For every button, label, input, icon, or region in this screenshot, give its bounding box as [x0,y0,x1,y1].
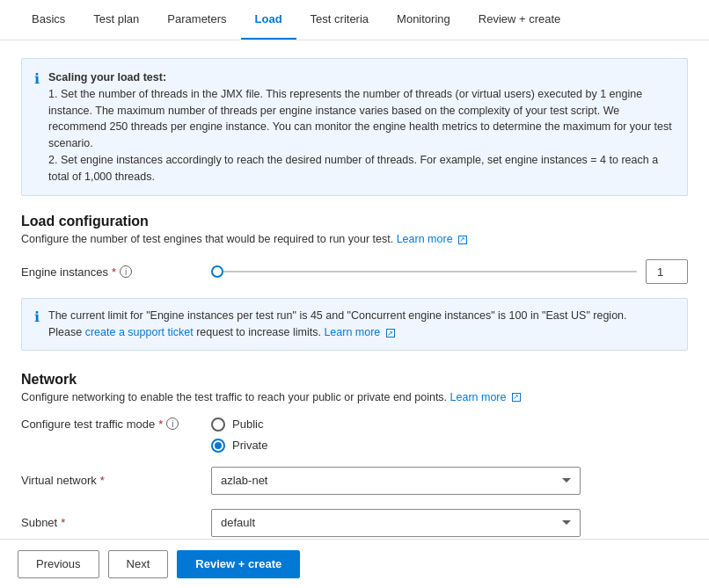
tab-test-plan[interactable]: Test plan [79,0,153,40]
subnet-value: default [221,516,255,529]
vnet-required-star: * [100,474,105,487]
limit-info-box: ℹ The current limit for "Engine instance… [21,298,688,351]
tab-review-create[interactable]: Review + create [464,0,575,40]
slider-thumb[interactable] [211,265,223,278]
traffic-mode-row: Configure test traffic mode * i Public P… [21,417,688,453]
tab-parameters[interactable]: Parameters [153,0,240,40]
radio-label-public: Public [232,417,263,431]
virtual-network-dropdown[interactable]: azlab-net [211,467,581,495]
engine-instances-slider-container [211,259,688,284]
scaling-line1: 1. Set the number of threads in the JMX … [48,88,672,149]
request-text: request to increase limits. [196,326,321,338]
nav-tabs: Basics Test plan Parameters Load Test cr… [0,0,709,40]
engine-instances-row: Engine instances * i [21,259,688,284]
limit-info-text: The current limit for "Engine instances … [48,308,627,341]
tab-basics[interactable]: Basics [18,0,79,40]
load-config-learn-more-text: Learn more [397,233,453,245]
subnet-row: Subnet * default [21,509,688,537]
traffic-mode-label: Configure test traffic mode * i [21,417,197,431]
network-external-icon [512,393,521,402]
radio-btn-private[interactable] [211,439,225,453]
next-button[interactable]: Next [108,550,169,578]
load-config-learn-more-link[interactable]: Learn more [397,233,467,245]
radio-label-private: Private [232,439,267,452]
virtual-network-row: Virtual network * azlab-net [21,467,688,495]
tab-monitoring[interactable]: Monitoring [383,0,464,40]
network-description-text: Configure networking to enable the test … [21,391,447,403]
virtual-network-label-text: Virtual network [21,474,97,487]
tab-load[interactable]: Load [241,0,296,40]
scaling-line2: 2. Set engine instances accordingly to r… [48,154,658,183]
traffic-mode-info-icon[interactable]: i [166,417,179,430]
subnet-label-text: Subnet [21,516,57,529]
traffic-required-star: * [158,417,163,431]
load-config-description-text: Configure the number of test engines tha… [21,233,393,245]
traffic-mode-radio-group: Public Private [211,417,267,453]
radio-btn-public[interactable] [211,417,225,432]
scaling-info-text: Scaling your load test: 1. Set the numbe… [48,69,675,185]
external-link-icon [458,236,467,244]
radio-option-private[interactable]: Private [211,439,267,453]
slider-track[interactable] [211,271,637,272]
scaling-title: Scaling your load test: [48,71,166,83]
chevron-down-icon-subnet [562,520,571,525]
network-learn-more-text: Learn more [450,391,507,403]
subnet-dropdown[interactable]: default [211,509,581,537]
load-configuration-section: Load configuration Configure the number … [21,214,688,284]
chevron-down-icon-vnet [562,478,571,483]
engine-instances-label-text: Engine instances [21,265,108,279]
engine-instances-info-icon[interactable]: i [120,265,132,278]
scaling-info-box: ℹ Scaling your load test: 1. Set the num… [21,58,688,196]
virtual-network-value: azlab-net [221,474,267,487]
load-config-title: Load configuration [21,214,688,229]
limit-learn-more-text: Learn more [324,326,380,338]
limit-learn-more-link[interactable]: Learn more [324,326,394,338]
info-icon-scaling: ℹ [34,70,40,87]
subnet-label: Subnet * [21,516,197,529]
engine-instances-label: Engine instances * i [21,265,197,279]
tab-test-criteria[interactable]: Test criteria [296,0,383,40]
create-support-ticket-link[interactable]: create a support ticket [85,326,194,338]
load-config-desc: Configure the number of test engines tha… [21,233,688,245]
previous-button[interactable]: Previous [18,550,99,578]
limit-external-icon [386,329,395,338]
network-desc: Configure networking to enable the test … [21,391,688,403]
required-star: * [112,265,116,279]
limit-text: The current limit for "Engine instances … [48,309,627,322]
info-icon-limit: ℹ [34,309,40,325]
main-content: ℹ Scaling your load test: 1. Set the num… [0,40,709,581]
engine-instances-input[interactable] [646,259,688,284]
bottom-bar: Previous Next Review + create [0,539,709,588]
network-title: Network [21,372,688,388]
radio-option-public[interactable]: Public [211,417,267,432]
traffic-mode-label-text: Configure test traffic mode [21,417,155,431]
subnet-required-star: * [61,516,65,529]
network-section: Network Configure networking to enable t… [21,372,688,537]
virtual-network-label: Virtual network * [21,474,197,487]
network-learn-more-link[interactable]: Learn more [450,391,521,403]
review-create-button[interactable]: Review + create [177,550,300,578]
